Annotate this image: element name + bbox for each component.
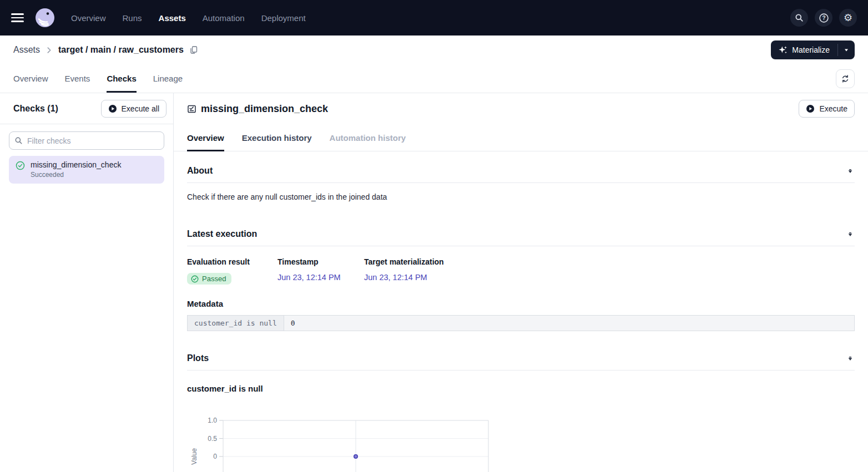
refresh-icon <box>841 74 850 83</box>
play-circle-icon <box>108 104 117 113</box>
execute-all-button[interactable]: Execute all <box>101 100 166 118</box>
check-description: Check if there are any null customer_ids… <box>187 192 855 201</box>
collapse-latest-execution-button[interactable] <box>846 230 855 238</box>
checks-count-title: Checks (1) <box>13 104 58 114</box>
about-heading: About <box>187 166 213 176</box>
check-task-icon <box>187 104 196 114</box>
execute-button[interactable]: Execute <box>799 100 855 118</box>
latest-execution-section-header: Latest execution <box>187 226 855 246</box>
materialize-button[interactable]: Materialize <box>771 40 837 59</box>
passed-label: Passed <box>202 275 226 283</box>
filter-checks-input[interactable] <box>9 131 164 150</box>
play-circle-icon <box>806 104 815 113</box>
settings-button[interactable]: ⚙ <box>839 9 857 27</box>
check-title: missing_dimension_check <box>201 103 328 115</box>
tab-checks[interactable]: Checks <box>107 64 136 93</box>
detail-tab-automation-history[interactable]: Automation history <box>330 124 406 151</box>
nav-automation[interactable]: Automation <box>203 13 245 23</box>
gear-icon: ⚙ <box>844 13 852 23</box>
evaluation-result-header: Evaluation result <box>187 257 277 266</box>
collapse-caret-icon <box>847 355 854 362</box>
tab-overview[interactable]: Overview <box>13 64 48 93</box>
collapse-caret-icon <box>847 231 854 237</box>
timestamp-header: Timestamp <box>277 257 364 266</box>
menu-icon[interactable] <box>11 11 27 24</box>
collapse-about-button[interactable] <box>846 166 855 175</box>
breadcrumb-row: Assets target / main / raw_customers Mat… <box>0 35 868 64</box>
nav-assets[interactable]: Assets <box>159 13 186 23</box>
primary-nav: Overview Runs Assets Automation Deployme… <box>71 13 306 23</box>
copy-button[interactable] <box>189 45 198 54</box>
help-icon: ? <box>819 13 829 23</box>
tab-lineage[interactable]: Lineage <box>153 64 183 93</box>
collapse-caret-icon <box>847 168 854 174</box>
detail-tab-execution-history[interactable]: Execution history <box>242 124 312 151</box>
checks-sidebar: Checks (1) Execute all missing_dimension <box>0 93 174 472</box>
chevron-right-icon <box>46 47 53 54</box>
metadata-key: customer_id is null <box>188 316 284 331</box>
search-icon <box>14 136 23 147</box>
sparkle-icon <box>779 45 788 54</box>
latest-execution-heading: Latest execution <box>187 229 257 239</box>
breadcrumb-assets-link[interactable]: Assets <box>13 45 40 55</box>
target-materialization-link[interactable]: Jun 23, 12:14 PM <box>364 273 444 282</box>
asset-key-path: target / main / raw_customers <box>58 45 184 55</box>
check-detail-content: About Check if there are any null custom… <box>174 151 868 472</box>
svg-text:?: ? <box>822 15 825 21</box>
execute-label: Execute <box>819 104 847 113</box>
plots-section-header: Plots <box>187 350 855 371</box>
svg-text:1.0: 1.0 <box>208 417 217 424</box>
value-plot-wrap: 1.00.50-0.5-1.0Jun 23, 12:14 PMJun 23, 1… <box>187 413 855 472</box>
metadata-table: customer_id is null 0 <box>187 315 855 331</box>
target-materialization-header: Target materialization <box>364 257 444 266</box>
plot-title: customer_id is null <box>187 384 855 393</box>
check-list-item[interactable]: missing_dimension_check Succeeded <box>9 156 164 184</box>
passed-status-badge: Passed <box>187 273 231 285</box>
top-nav: Overview Runs Assets Automation Deployme… <box>0 0 868 35</box>
plots-heading: Plots <box>187 353 209 363</box>
dagster-logo[interactable] <box>34 7 55 28</box>
checks-sidebar-header: Checks (1) Execute all <box>0 93 173 124</box>
refresh-button[interactable] <box>836 69 855 88</box>
check-circle-icon <box>191 275 199 283</box>
metadata-row: customer_id is null 0 <box>188 316 855 331</box>
timestamp-link[interactable]: Jun 23, 12:14 PM <box>277 273 364 282</box>
collapse-plots-button[interactable] <box>846 354 855 363</box>
value-plot: 1.00.50-0.5-1.0Jun 23, 12:14 PMJun 23, 1… <box>187 413 527 472</box>
tab-events[interactable]: Events <box>65 64 90 93</box>
materialize-split-button: Materialize <box>771 40 855 59</box>
materialize-label: Materialize <box>792 45 830 54</box>
detail-tab-overview[interactable]: Overview <box>187 124 224 151</box>
about-section-header: About <box>187 163 855 183</box>
nav-deployment[interactable]: Deployment <box>261 13 306 23</box>
svg-text:0: 0 <box>213 453 217 460</box>
materialize-dropdown-button[interactable] <box>838 40 855 59</box>
latest-execution-grid: Evaluation result Passed Timestamp Jun 2… <box>187 257 855 285</box>
help-button[interactable]: ? <box>815 9 832 27</box>
filter-checks-wrap <box>9 131 164 150</box>
top-nav-actions: ? ⚙ <box>790 9 857 27</box>
nav-runs[interactable]: Runs <box>123 13 142 23</box>
metadata-heading: Metadata <box>187 299 855 308</box>
svg-text:Value: Value <box>190 448 198 465</box>
search-button[interactable] <box>790 9 808 27</box>
copy-icon <box>189 45 198 54</box>
check-detail-header: missing_dimension_check Execute <box>174 93 868 124</box>
execute-all-label: Execute all <box>122 104 159 113</box>
asset-tabs-row: Overview Events Checks Lineage <box>0 64 868 93</box>
check-detail-tabs: Overview Execution history Automation hi… <box>174 124 868 151</box>
check-item-name: missing_dimension_check <box>31 160 121 169</box>
check-item-status: Succeeded <box>31 171 121 179</box>
nav-overview[interactable]: Overview <box>71 13 106 23</box>
search-icon <box>795 13 804 22</box>
svg-text:0.5: 0.5 <box>208 435 217 443</box>
check-success-icon <box>16 161 25 179</box>
check-detail-panel: missing_dimension_check Execute Overview… <box>174 93 868 472</box>
metadata-value: 0 <box>284 316 854 331</box>
caret-down-icon <box>844 47 849 53</box>
octopus-logo-icon <box>34 7 55 28</box>
